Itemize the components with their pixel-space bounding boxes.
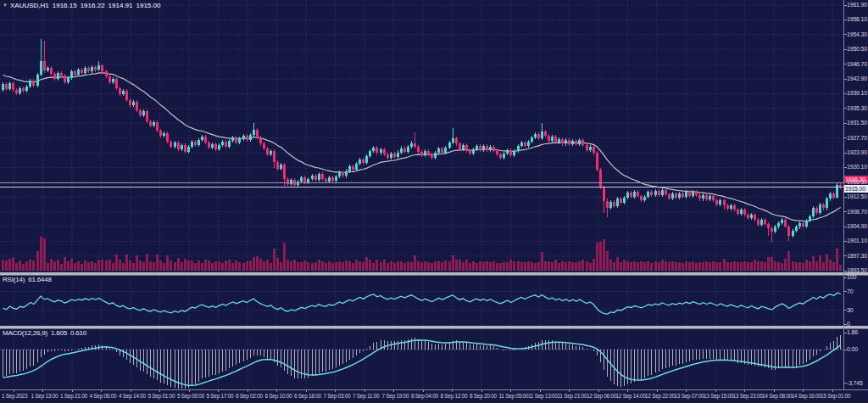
price-axis-label: 1942.90 — [847, 76, 867, 82]
rsi-axis-label: 100 — [847, 274, 856, 281]
price-axis-label: 1954.30 — [847, 31, 867, 38]
time-axis-label: 7 Sep 19:00 — [382, 393, 409, 400]
price-axis-label: 1908.70 — [847, 209, 867, 215]
time-axis-label: 1 Sep 13:00 — [31, 393, 58, 400]
macd-signal-value: 0.610 — [70, 329, 86, 337]
price-axis-label: 1931.50 — [847, 120, 867, 126]
rsi-axis-label: 70 — [847, 288, 853, 295]
ohlc-high: 1916.22 — [81, 2, 105, 9]
price-axis-label: 1893.50 — [847, 267, 867, 274]
time-axis-label: 4 Sep 14:00 — [119, 393, 146, 400]
time-axis-label: 13 Sep 23:00 — [733, 393, 763, 400]
rsi-axis-label: 30 — [847, 307, 853, 314]
pane-separator[interactable] — [0, 272, 868, 276]
macd-name: MACD(12,26,9) — [3, 329, 47, 337]
time-axis[interactable]: 1 Sep 20231 Sep 13:001 Sep 21:004 Sep 06… — [0, 390, 868, 403]
time-axis-label: 11 Sep 05:00 — [499, 393, 529, 400]
macd-axis-label: 1.86 — [847, 329, 858, 336]
time-axis-label: 12 Sep 14:00 — [616, 393, 646, 400]
price-axis-label: 1935.30 — [847, 105, 867, 112]
macd-axis-label: 0.00 — [847, 346, 858, 353]
time-axis-label: 5 Sep 17:00 — [207, 393, 234, 400]
time-axis-label: 15 Sep 01:00 — [821, 393, 850, 400]
rsi-value: 61.6448 — [28, 276, 52, 283]
time-axis-label: 5 Sep 01:00 — [148, 393, 175, 400]
time-axis-label: 14 Sep 16:00 — [792, 393, 821, 400]
time-axis-label: 7 Sep 03:00 — [324, 393, 351, 400]
price-axis-label: 1950.50 — [847, 46, 867, 53]
price-axis-label: 1901.10 — [847, 238, 867, 244]
time-axis-label: 6 Sep 02:00 — [236, 393, 263, 400]
price-axis-label: 1904.90 — [847, 223, 867, 230]
price-axis-label: 1961.90 — [847, 2, 867, 8]
symbol-label: XAUUSD,H1 — [10, 2, 49, 9]
price-axis-label: 1946.70 — [847, 61, 867, 68]
time-axis-label: 11 Sep 21:00 — [558, 393, 587, 400]
price-axis-label: 1897.30 — [847, 253, 867, 260]
time-axis-label: 1 Sep 21:00 — [60, 393, 87, 400]
macd-axis-label: -3.745 — [847, 380, 863, 387]
time-axis-label: 8 Sep 12:00 — [441, 393, 468, 400]
time-axis-label: 11 Sep 13:00 — [528, 393, 558, 400]
time-axis-label: 8 Sep 20:00 — [470, 393, 497, 400]
time-axis-label: 8 Sep 04:00 — [411, 393, 438, 400]
ohlc-close: 1915.00 — [136, 2, 161, 9]
price-axis-label: 1923.90 — [847, 149, 867, 156]
time-axis-label: 12 Sep 06:00 — [587, 393, 616, 400]
chart-canvas[interactable] — [0, 0, 868, 403]
price-axis-label: 1927.70 — [847, 135, 867, 142]
price-axis-label: 1912.50 — [847, 193, 867, 200]
macd-main-value: 1.605 — [51, 329, 67, 337]
time-axis-label: 6 Sep 18:00 — [294, 393, 321, 400]
symbol-marker-icon: ▼ — [3, 3, 8, 8]
chart-title: ▼XAUUSD,H11916.151916.221914.911915.00 — [3, 2, 164, 9]
price-axis-label: 1939.10 — [847, 90, 867, 97]
time-axis-label: 13 Sep 15:00 — [704, 393, 733, 400]
rsi-axis-label: 0 — [847, 321, 850, 327]
time-axis-label: 4 Sep 06:00 — [90, 393, 117, 400]
time-axis-label: 13 Sep 07:00 — [675, 393, 704, 400]
price-axis-label: 1920.10 — [847, 164, 867, 171]
rsi-name: RSI(14) — [3, 276, 25, 283]
ohlc-open: 1916.15 — [53, 2, 77, 9]
ohlc-low: 1914.91 — [108, 2, 133, 9]
time-axis-label: 5 Sep 09:00 — [177, 393, 204, 400]
trading-chart-window: ▼XAUUSD,H11916.151916.221914.911915.00 R… — [0, 0, 868, 403]
macd-indicator-label: MACD(12,26,9)1.6050.610 — [3, 329, 90, 337]
time-axis-label: 7 Sep 11:00 — [353, 393, 379, 400]
time-axis-label: 14 Sep 08:00 — [762, 393, 792, 400]
time-axis-label: 12 Sep 22:00 — [645, 393, 675, 400]
time-axis-label: 6 Sep 10:00 — [265, 393, 292, 400]
time-axis-label: 1 Sep 2023 — [2, 393, 27, 400]
pane-separator[interactable] — [0, 326, 868, 329]
price-axis-label: 1916.30 — [847, 179, 867, 186]
bid-price-label: 1915.00 — [844, 185, 868, 193]
price-axis-label: 1958.10 — [847, 16, 867, 23]
rsi-indicator-label: RSI(14)61.6448 — [3, 276, 55, 283]
